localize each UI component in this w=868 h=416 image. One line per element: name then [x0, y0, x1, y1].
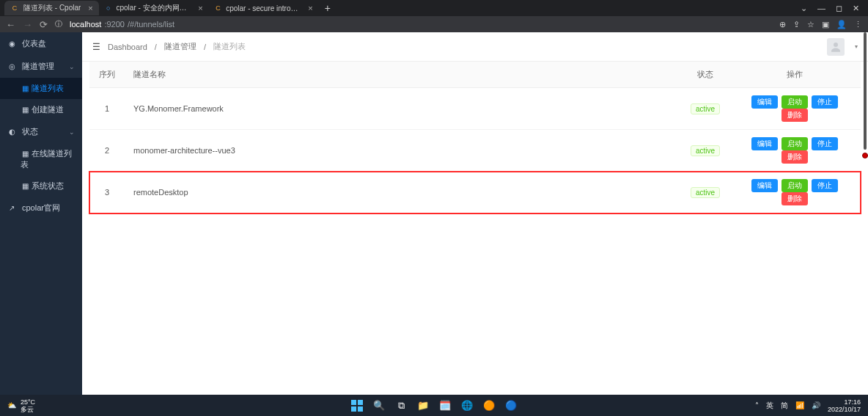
table-row: 1 YG.Monomer.Framework active 编辑 启动 停止 删… — [89, 88, 861, 130]
back-button[interactable]: ← — [6, 19, 15, 30]
start-button[interactable]: 启动 — [781, 95, 808, 109]
tunnels-table: 序列 隧道名称 状态 操作 1 YG.Monomer.Framework act… — [89, 62, 861, 214]
taskbar-center: 🔍 ⧉ 📁 🗓️ 🌐 🟠 🔵 — [350, 399, 518, 412]
edit-button[interactable]: 编辑 — [751, 95, 778, 109]
new-tab-button[interactable]: + — [319, 2, 336, 14]
breadcrumb-dashboard[interactable]: Dashboard — [108, 43, 147, 51]
cell-seq: 2 — [89, 130, 125, 172]
avatar-caret-icon[interactable]: ▾ — [855, 43, 858, 50]
sidebar-item[interactable]: ↗cpolar官网 — [0, 197, 82, 219]
calendar-icon[interactable]: 🗓️ — [438, 399, 452, 412]
sidebar-sub-item[interactable]: ▦ 在线隧道列表 — [0, 143, 82, 175]
table-row: 2 monomer-architecture--vue3 active 编辑 启… — [89, 130, 861, 172]
start-icon[interactable] — [350, 399, 364, 412]
status-badge: active — [691, 187, 720, 198]
taskview-icon[interactable]: ⧉ — [394, 399, 408, 412]
scrollbar[interactable] — [864, 32, 867, 150]
search-icon[interactable]: ⊕ — [779, 20, 786, 29]
start-button[interactable]: 启动 — [781, 137, 808, 150]
weather-icon: ⛅ — [7, 401, 16, 409]
cell-seq: 1 — [89, 88, 125, 130]
cell-name: YG.Monomer.Framework — [125, 88, 682, 130]
tray-chevron-icon[interactable]: ˄ — [755, 401, 759, 409]
svg-rect-3 — [351, 406, 356, 412]
stop-button[interactable]: 停止 — [812, 95, 838, 109]
breadcrumb-tunnel-manage[interactable]: 隧道管理 — [164, 41, 196, 52]
tab-close-icon[interactable]: × — [88, 4, 92, 12]
app-container: ◉仪表盘◎隧道管理⌄▦ 隧道列表▦ 创建隧道◐状态⌄▦ 在线隧道列表▦ 系统状态… — [0, 32, 868, 395]
cell-status: active — [682, 130, 729, 172]
sidebar-item-label: 系统状态 — [32, 181, 64, 190]
edit-button[interactable]: 编辑 — [751, 179, 778, 192]
avatar[interactable] — [827, 38, 845, 56]
stop-button[interactable]: 停止 — [812, 137, 838, 150]
chevron-down-icon: ⌄ — [69, 63, 75, 70]
sidebar-sub-item[interactable]: ▦ 创建隧道 — [0, 99, 82, 120]
profile-icon[interactable]: 👤 — [836, 20, 847, 29]
cell-status: active — [682, 172, 729, 214]
bookmark-icon[interactable]: ☆ — [807, 20, 814, 29]
edge-icon[interactable]: 🌐 — [460, 399, 474, 412]
sidebar-sub-item[interactable]: ▦ 系统状态 — [0, 175, 82, 197]
browser-tab[interactable]: C隧道列表 - Cpolar× — [4, 1, 99, 15]
start-button[interactable]: 启动 — [781, 179, 808, 192]
delete-button[interactable]: 删除 — [781, 150, 808, 164]
chevron-down-icon: ⌄ — [69, 128, 75, 136]
tab-close-icon[interactable]: × — [308, 4, 312, 12]
sidebar-sub-item[interactable]: ▦ 隧道列表 — [0, 78, 82, 99]
menu-icon[interactable]: ⋮ — [854, 20, 862, 29]
reading-list-icon[interactable]: ▣ — [822, 20, 829, 29]
address-bar: ← → ⟳ ⓘ localhost:9200/#/tunnels/list ⊕ … — [0, 16, 868, 32]
url-path: /#/tunnels/list — [128, 20, 174, 29]
site-info-icon[interactable]: ⓘ — [55, 19, 62, 29]
svg-rect-2 — [358, 400, 363, 405]
edit-button[interactable]: 编辑 — [751, 137, 778, 150]
close-icon[interactable]: ✕ — [853, 4, 859, 13]
cell-ops: 编辑 启动 停止 删除 — [729, 172, 861, 214]
list-icon: ▦ — [21, 182, 29, 191]
chevron-down-icon[interactable]: ⌄ — [801, 4, 807, 13]
weather-cond: 多云 — [21, 406, 35, 413]
svg-rect-1 — [351, 400, 356, 405]
breadcrumb-bar: ☰ Dashboard / 隧道管理 / 隧道列表 ▾ — [82, 32, 868, 62]
chrome-icon[interactable]: 🔵 — [504, 399, 518, 412]
clock-time: 17:16 — [844, 398, 861, 406]
sidebar-item-label: 仪表盘 — [22, 38, 46, 49]
browser-tab[interactable]: Ccpolar - secure introspectable× — [209, 1, 319, 15]
cell-status: active — [682, 88, 729, 130]
volume-icon[interactable]: 🔊 — [812, 401, 820, 409]
list-icon: ▦ — [21, 84, 29, 93]
sidebar-item[interactable]: ◉仪表盘 — [0, 32, 82, 55]
col-name: 隧道名称 — [125, 62, 682, 88]
sidebar-item-label: 隧道列表 — [32, 84, 64, 92]
sidebar-item[interactable]: ◐状态⌄ — [0, 120, 82, 143]
wifi-icon[interactable]: 📶 — [795, 401, 804, 409]
tab-close-icon[interactable]: × — [198, 4, 202, 12]
delete-button[interactable]: 删除 — [781, 109, 808, 122]
search-taskbar-icon[interactable]: 🔍 — [372, 399, 386, 412]
favicon: C — [10, 4, 19, 12]
cell-seq: 3 — [89, 172, 125, 214]
ime-lang[interactable]: 英 — [766, 401, 773, 411]
stop-button[interactable]: 停止 — [812, 179, 838, 192]
browser-tab[interactable]: ○cpolar - 安全的内网穿透工具× — [99, 1, 209, 15]
url-field[interactable]: localhost:9200/#/tunnels/list — [70, 20, 772, 29]
tab-title: cpolar - 安全的内网穿透工具 — [116, 3, 191, 13]
delete-button[interactable]: 删除 — [781, 192, 808, 205]
menu-toggle-icon[interactable]: ☰ — [92, 42, 100, 52]
explorer-icon[interactable]: 📁 — [416, 399, 430, 412]
status-badge: active — [691, 145, 720, 156]
clock[interactable]: 17:16 2022/10/17 — [828, 398, 861, 413]
favicon: C — [215, 4, 221, 12]
sidebar-item[interactable]: ◎隧道管理⌄ — [0, 55, 82, 78]
table-row: 3 remoteDesktop active 编辑 启动 停止 删除 — [89, 172, 861, 214]
reload-button[interactable]: ⟳ — [40, 19, 48, 30]
weather-widget[interactable]: ⛅ 25°C 多云 — [7, 398, 35, 413]
col-seq: 序列 — [89, 62, 125, 88]
minimize-icon[interactable]: ― — [817, 4, 825, 13]
forward-button[interactable]: → — [23, 19, 32, 30]
share-icon[interactable]: ⇪ — [793, 20, 800, 29]
ime-mode[interactable]: 简 — [781, 401, 788, 411]
maximize-icon[interactable]: ◻ — [836, 4, 842, 13]
app-icon-1[interactable]: 🟠 — [482, 399, 496, 412]
